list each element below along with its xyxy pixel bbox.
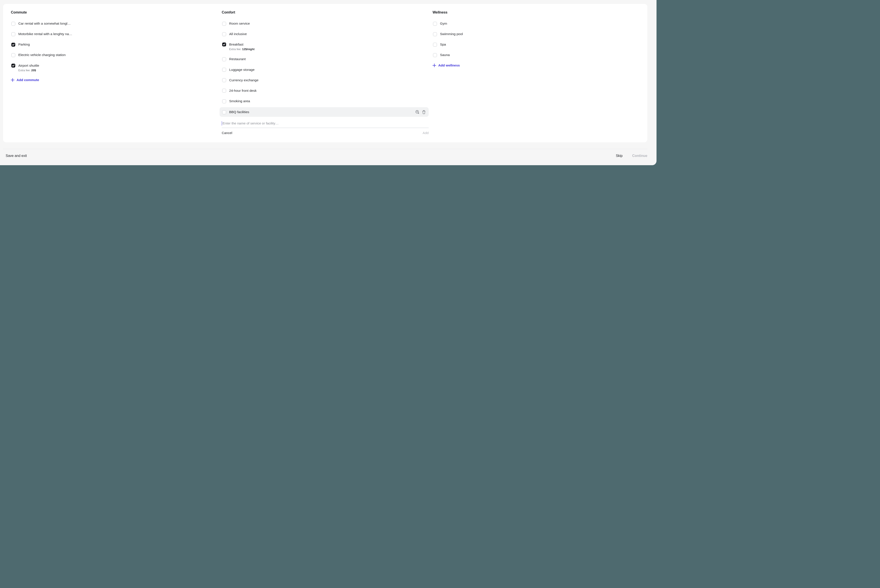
commute-item[interactable]: Parking [11, 40, 218, 49]
item-label: All inclusive [229, 32, 247, 36]
item-label: Airport shuttle [18, 63, 39, 68]
item-label: Sauna [440, 53, 450, 57]
item-subtext: Extra fee: 12$/night [229, 48, 254, 51]
checkbox[interactable] [222, 78, 226, 82]
item-subtext: Extra fee: 20$ [18, 69, 39, 72]
item-label: Gym [440, 21, 447, 26]
checkbox[interactable] [11, 64, 15, 68]
checkbox[interactable] [433, 22, 437, 26]
skip-button[interactable]: Skip [616, 154, 623, 158]
footer: Save and exit Skip Continue [0, 149, 656, 165]
comfort-title: Comfort [222, 10, 429, 14]
add-commute-button[interactable]: Add commute [11, 78, 218, 82]
wellness-item[interactable]: Sauna [432, 51, 640, 59]
add-button-label: Add wellness [438, 63, 460, 68]
checkbox[interactable] [222, 99, 226, 103]
plus-icon [432, 64, 436, 67]
text-cursor [222, 121, 222, 126]
item-label: BBQ facilities [229, 110, 249, 114]
commute-item[interactable]: Airport shuttle Extra fee: 20$ [11, 61, 218, 74]
checkbox[interactable] [11, 53, 15, 57]
continue-button[interactable]: Continue [632, 154, 647, 158]
cancel-button[interactable]: Cancel [222, 131, 232, 135]
checkbox[interactable] [222, 68, 226, 72]
checkbox[interactable] [222, 57, 226, 61]
item-label: 24-hour front desk [229, 88, 257, 93]
commute-item[interactable]: Motorbike rental with a lenghty name l… [11, 30, 218, 38]
checkbox[interactable] [433, 43, 437, 46]
wellness-item[interactable]: Swimming pool [432, 30, 640, 38]
new-facility-input-row [222, 120, 429, 128]
checkbox[interactable] [222, 32, 226, 36]
amenities-card: Commute Car rental with a somewhat longl… [3, 4, 647, 142]
comfort-item[interactable]: Restaurant [222, 55, 429, 63]
comfort-item[interactable]: Currency exchange [222, 76, 429, 84]
item-label: Smoking area [229, 99, 250, 103]
comfort-item[interactable]: Luggage storage [222, 65, 429, 74]
comfort-item[interactable]: 24-hour front desk [222, 86, 429, 95]
item-label: Spa [440, 42, 446, 46]
add-fee-icon[interactable] [415, 110, 419, 114]
item-label: Currency exchange [229, 78, 258, 82]
comfort-item[interactable]: All inclusive [222, 30, 429, 38]
checkbox[interactable] [11, 22, 15, 26]
wellness-column: Wellness Gym Swimming pool Spa Sauna Add… [432, 10, 640, 135]
new-facility-input[interactable] [222, 122, 428, 125]
checkbox[interactable] [433, 32, 437, 36]
item-label: Restaurant [229, 57, 246, 61]
commute-item[interactable]: Car rental with a somewhat longl… [11, 19, 218, 28]
item-label: Swimming pool [440, 32, 463, 36]
add-wellness-button[interactable]: Add wellness [432, 63, 640, 68]
trash-icon[interactable] [422, 110, 426, 114]
main-panel: Commute Car rental with a somewhat longl… [0, 0, 656, 165]
checkbox[interactable] [222, 89, 226, 93]
commute-item[interactable]: Electric vehicle charging station [11, 51, 218, 59]
item-label: Luggage storage [229, 68, 254, 72]
save-and-exit-button[interactable]: Save and exit [6, 154, 27, 158]
wellness-item[interactable]: Spa [432, 40, 640, 49]
checkbox[interactable] [11, 43, 15, 46]
wellness-title: Wellness [432, 10, 640, 14]
plus-icon [11, 78, 14, 82]
item-label: Motorbike rental with a lenghty name l… [18, 32, 75, 36]
comfort-item[interactable]: BBQ facilities [219, 107, 429, 117]
checkbox[interactable] [433, 53, 437, 57]
item-label: Parking [18, 42, 30, 46]
commute-title: Commute [11, 10, 218, 14]
checkbox[interactable] [222, 110, 226, 114]
checkbox[interactable] [222, 42, 226, 46]
comfort-item[interactable]: Breakfast Extra fee: 12$/night [222, 40, 429, 53]
comfort-column: Comfort Room service All inclusive Break… [222, 10, 429, 135]
add-button[interactable]: Add [422, 131, 429, 135]
add-button-label: Add commute [17, 78, 39, 82]
item-label: Car rental with a somewhat longl… [18, 21, 71, 26]
item-label: Breakfast [229, 42, 254, 46]
comfort-item[interactable]: Room service [222, 19, 429, 28]
wellness-item[interactable]: Gym [432, 19, 640, 28]
commute-column: Commute Car rental with a somewhat longl… [11, 10, 218, 135]
item-label: Electric vehicle charging station [18, 53, 66, 57]
item-label: Room service [229, 21, 250, 26]
checkbox[interactable] [11, 32, 15, 36]
checkbox[interactable] [222, 22, 226, 26]
comfort-item[interactable]: Smoking area [222, 97, 429, 105]
